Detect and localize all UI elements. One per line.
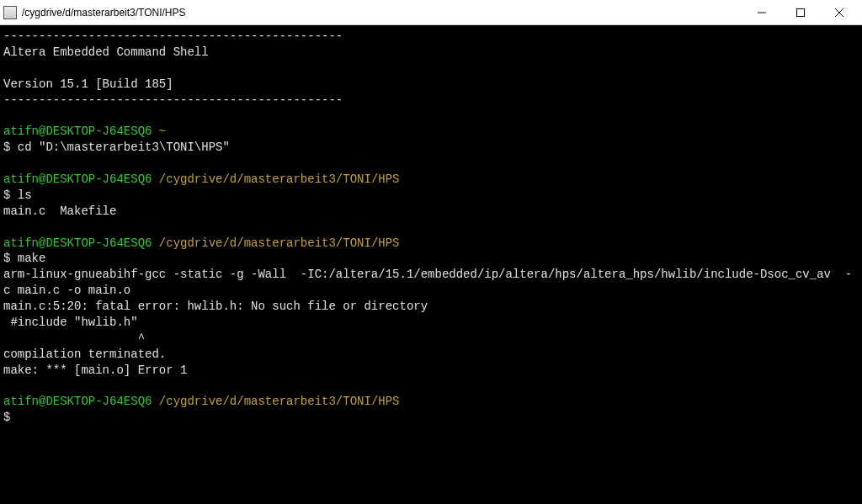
- minimize-button[interactable]: [742, 0, 781, 25]
- prompt-symbol: $: [3, 141, 18, 154]
- window-titlebar: /cygdrive/d/masterarbeit3/TONI/HPS: [0, 0, 862, 25]
- separator-line: ----------------------------------------…: [3, 29, 343, 43]
- terminal-icon: [3, 6, 17, 19]
- make-output-line: c main.c -o main.o: [3, 284, 130, 297]
- svg-rect-1: [797, 8, 805, 16]
- window-controls: [742, 0, 859, 25]
- prompt-userhost: atifn@DESKTOP-J64ESQ6: [3, 236, 152, 250]
- prompt-userhost: atifn@DESKTOP-J64ESQ6: [3, 125, 152, 138]
- prompt-path: ~: [152, 125, 166, 138]
- prompt-path: /cygdrive/d/masterarbeit3/TONI/HPS: [152, 236, 399, 250]
- prompt-symbol: $: [3, 188, 18, 202]
- close-button[interactable]: [820, 0, 859, 25]
- banner-line: Altera Embedded Command Shell: [3, 45, 209, 59]
- error-line: compilation terminated.: [3, 347, 166, 361]
- error-line: #include "hwlib.h": [3, 316, 138, 329]
- prompt-userhost: atifn@DESKTOP-J64ESQ6: [3, 395, 152, 408]
- command-cd: cd "D:\masterarbeit3\TONI\HPS": [18, 141, 230, 154]
- prompt-userhost: atifn@DESKTOP-J64ESQ6: [3, 172, 152, 186]
- error-caret: ^: [3, 332, 145, 345]
- prompt-path: /cygdrive/d/masterarbeit3/TONI/HPS: [152, 395, 399, 408]
- version-line: Version 15.1 [Build 185]: [3, 77, 173, 91]
- error-line: main.c:5:20: fatal error: hwlib.h: No su…: [3, 300, 428, 313]
- terminal-body[interactable]: ----------------------------------------…: [0, 25, 862, 504]
- prompt-symbol: $: [3, 252, 18, 265]
- error-line: make: *** [main.o] Error 1: [3, 363, 187, 377]
- ls-output: main.c Makefile: [3, 204, 116, 218]
- separator-line: ----------------------------------------…: [3, 93, 343, 107]
- maximize-button[interactable]: [781, 0, 820, 25]
- prompt-symbol: $: [3, 411, 18, 424]
- command-make: make: [18, 252, 46, 265]
- window-title: /cygdrive/d/masterarbeit3/TONI/HPS: [22, 7, 742, 19]
- make-output-line: arm-linux-gnueabihf-gcc -static -g -Wall…: [3, 268, 852, 281]
- command-ls: ls: [18, 188, 32, 202]
- prompt-path: /cygdrive/d/masterarbeit3/TONI/HPS: [152, 172, 399, 186]
